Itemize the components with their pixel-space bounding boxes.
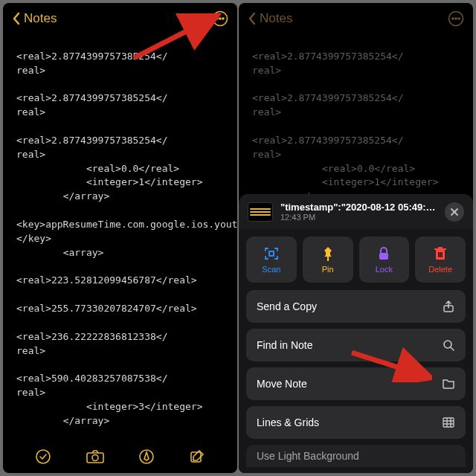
back-label: Notes xyxy=(24,11,57,26)
move-note-row[interactable]: Move Note xyxy=(246,367,466,400)
sheet-header: "timestamp":"2020-08-12 05:49:52.0... 12… xyxy=(239,194,473,229)
action-sheet: "timestamp":"2020-08-12 05:49:52.0... 12… xyxy=(239,194,473,473)
share-icon xyxy=(442,300,455,313)
pin-icon xyxy=(321,245,335,262)
lines-label: Lines & Grids xyxy=(257,416,319,428)
trash-icon xyxy=(433,245,448,262)
sheet-title: "timestamp":"2020-08-12 05:49:52.0... xyxy=(280,202,437,213)
chevron-left-icon xyxy=(12,12,21,25)
svg-point-2 xyxy=(219,18,221,19)
camera-button[interactable] xyxy=(86,448,105,465)
checklist-button[interactable] xyxy=(35,448,51,465)
checkmark-circle-icon xyxy=(35,448,51,465)
svg-rect-19 xyxy=(379,253,388,260)
pin-button[interactable]: Pin xyxy=(303,237,353,283)
action-grid: Scan Pin Lock Delete xyxy=(239,229,473,290)
svg-rect-21 xyxy=(434,248,446,250)
back-button[interactable]: Notes xyxy=(248,11,292,26)
delete-button[interactable]: Delete xyxy=(415,237,466,283)
scan-icon xyxy=(263,245,280,262)
svg-rect-25 xyxy=(442,252,443,257)
pin-label: Pin xyxy=(322,265,334,274)
close-button[interactable] xyxy=(445,202,464,222)
phone-right: Notes <real>2.8774399757385254</ real> <… xyxy=(239,3,473,473)
compose-button[interactable] xyxy=(189,448,205,465)
ellipsis-circle-icon xyxy=(212,10,228,27)
note-thumbnail-icon xyxy=(248,202,273,222)
svg-point-13 xyxy=(455,18,457,19)
svg-rect-18 xyxy=(327,257,329,261)
grid-icon xyxy=(442,416,455,428)
menu-list: Send a Copy Find in Note Move Note Lines… xyxy=(239,290,473,473)
camera-icon xyxy=(86,448,105,465)
compose-icon xyxy=(189,448,205,465)
pen-circle-icon xyxy=(138,448,155,465)
svg-rect-23 xyxy=(438,252,440,257)
note-content[interactable]: <real>2.8774399757385254</ real> <real>2… xyxy=(3,34,237,440)
search-icon xyxy=(442,338,455,352)
nav-bar: Notes xyxy=(239,3,473,34)
svg-point-14 xyxy=(458,18,460,19)
nav-bar: Notes xyxy=(3,3,237,34)
svg-rect-22 xyxy=(438,247,443,248)
scan-label: Scan xyxy=(262,265,280,274)
more-button[interactable] xyxy=(448,10,464,27)
find-in-note-row[interactable]: Find in Note xyxy=(246,329,466,361)
delete-label: Delete xyxy=(428,265,452,274)
svg-point-3 xyxy=(222,18,224,19)
move-label: Move Note xyxy=(257,378,307,390)
svg-point-4 xyxy=(36,450,50,463)
light-bg-label: Use Light Background xyxy=(257,450,359,462)
folder-icon xyxy=(442,378,455,390)
lock-icon xyxy=(376,245,391,262)
ellipsis-circle-icon xyxy=(448,10,464,27)
markup-button[interactable] xyxy=(138,448,155,465)
back-label: Notes xyxy=(260,11,292,26)
svg-rect-29 xyxy=(443,418,454,427)
svg-point-6 xyxy=(92,455,98,461)
close-icon xyxy=(450,208,459,216)
lock-button[interactable]: Lock xyxy=(359,237,410,283)
svg-point-1 xyxy=(216,18,218,19)
svg-line-28 xyxy=(451,347,454,350)
back-button[interactable]: Notes xyxy=(12,11,57,26)
svg-rect-24 xyxy=(440,252,441,257)
svg-point-12 xyxy=(452,18,454,19)
lock-label: Lock xyxy=(376,265,393,274)
chevron-left-icon xyxy=(248,12,257,25)
sheet-subtitle: 12:43 PM xyxy=(280,213,437,222)
bottom-toolbar xyxy=(3,440,237,473)
more-button[interactable] xyxy=(212,10,228,27)
light-background-row[interactable]: Use Light Background xyxy=(246,445,466,467)
lines-grids-row[interactable]: Lines & Grids xyxy=(246,406,466,439)
find-label: Find in Note xyxy=(257,339,312,351)
scan-button[interactable]: Scan xyxy=(246,237,297,283)
sheet-header-text: "timestamp":"2020-08-12 05:49:52.0... 12… xyxy=(280,202,437,222)
phone-left: Notes <real>2.8774399757385254</ real> <… xyxy=(3,3,237,473)
send-copy-label: Send a Copy xyxy=(257,300,317,312)
svg-rect-17 xyxy=(269,251,274,256)
send-copy-row[interactable]: Send a Copy xyxy=(246,290,466,323)
